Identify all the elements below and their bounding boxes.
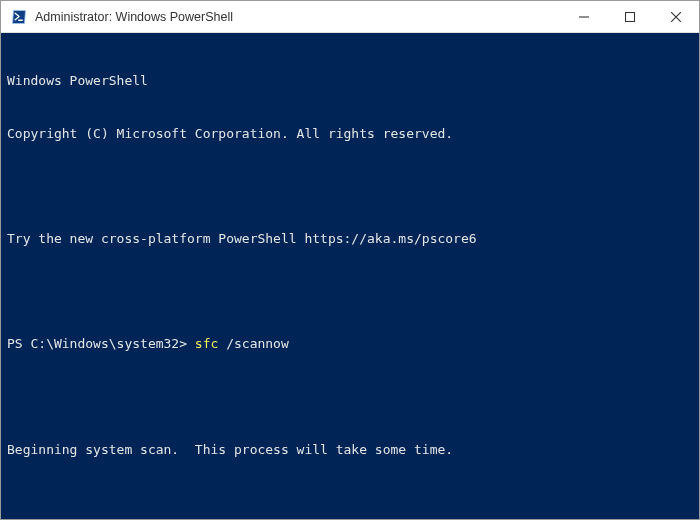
terminal-line: Try the new cross-platform PowerShell ht… xyxy=(7,230,693,248)
window-title: Administrator: Windows PowerShell xyxy=(35,10,561,24)
powershell-icon xyxy=(11,9,27,25)
terminal-output[interactable]: Windows PowerShell Copyright (C) Microso… xyxy=(1,33,699,519)
titlebar[interactable]: Administrator: Windows PowerShell xyxy=(1,1,699,33)
blank-line xyxy=(7,283,693,301)
terminal-line: Windows PowerShell xyxy=(7,72,693,90)
minimize-button[interactable] xyxy=(561,1,607,32)
command-program: sfc xyxy=(195,336,226,351)
prompt-line: PS C:\Windows\system32> sfc /scannow xyxy=(7,335,693,353)
close-button[interactable] xyxy=(653,1,699,32)
blank-line xyxy=(7,177,693,195)
maximize-button[interactable] xyxy=(607,1,653,32)
svg-rect-0 xyxy=(626,12,635,21)
window-controls xyxy=(561,1,699,32)
prompt: PS C:\Windows\system32> xyxy=(7,336,195,351)
blank-line xyxy=(7,493,693,511)
terminal-line: Copyright (C) Microsoft Corporation. All… xyxy=(7,125,693,143)
terminal-line: Beginning system scan. This process will… xyxy=(7,441,693,459)
command-argument: /scannow xyxy=(226,336,289,351)
blank-line xyxy=(7,388,693,406)
powershell-window: Administrator: Windows PowerShell Window… xyxy=(0,0,700,520)
